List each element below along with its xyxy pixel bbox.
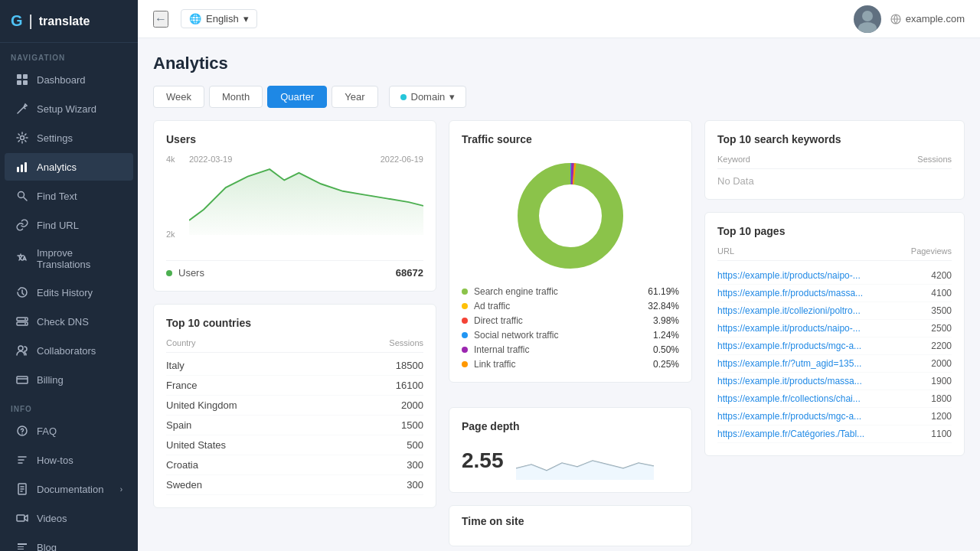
kw-col-sessions: Sessions — [917, 155, 952, 164]
tab-month[interactable]: Month — [209, 86, 263, 108]
legend-row: Internal traffic 0.50% — [462, 344, 679, 355]
svg-point-13 — [18, 346, 23, 350]
users-chart: 4k 2k — [166, 155, 423, 254]
users-stat-row: Users 68672 — [166, 260, 423, 279]
svg-point-27 — [541, 187, 599, 245]
language-label: English — [206, 13, 239, 24]
sidebar-item-improve-translations[interactable]: Improve Translations — [5, 240, 133, 277]
sidebar-item-setup-wizard[interactable]: Setup Wizard — [5, 95, 133, 122]
page-url-link[interactable]: https://example.fr/?utm_agid=135... — [717, 358, 861, 369]
col-country: Country — [166, 338, 196, 347]
table-row: Sweden300 — [166, 475, 423, 495]
svg-rect-2 — [17, 80, 21, 85]
page-url-link[interactable]: https://example.fr/collections/chai... — [717, 393, 861, 404]
sidebar-item-label: Settings — [37, 132, 73, 144]
page-depth-title: Page depth — [462, 420, 679, 432]
sidebar-item-label: FAQ — [37, 425, 57, 437]
svg-rect-3 — [23, 80, 28, 85]
table-row: Italy18500 — [166, 356, 423, 376]
table-row: France16100 — [166, 376, 423, 396]
sidebar-item-find-url[interactable]: Find URL — [5, 211, 133, 239]
tab-quarter[interactable]: Quarter — [267, 86, 327, 108]
sidebar-item-label: Documentation — [37, 484, 103, 495]
sidebar-item-label: Improve Translations — [37, 247, 122, 270]
sidebar-item-how-tos[interactable]: How-tos — [5, 446, 133, 474]
domain-button-label: Domain — [411, 91, 446, 103]
kw-col-keyword: Keyword — [717, 155, 750, 164]
sidebar-item-label: Check DNS — [37, 316, 89, 328]
sidebar-item-label: How-tos — [37, 455, 74, 466]
legend-row: Link traffic 0.25% — [462, 359, 679, 370]
page-url-link[interactable]: https://example.fr/Catégories./Tabl... — [717, 429, 864, 439]
users-dot — [166, 270, 172, 276]
pages-card: Top 10 pages URL Pageviews https://examp… — [704, 212, 965, 456]
keywords-table-header: Keyword Sessions — [717, 155, 952, 169]
page-url-link[interactable]: https://example.fr/products/mgc-a... — [717, 341, 861, 351]
period-tabs: Week Month Quarter Year Domain ▾ — [153, 86, 965, 108]
sidebar-item-label: Analytics — [37, 161, 77, 173]
legend-dot — [462, 361, 468, 367]
countries-table-body: Italy18500 France16100 United Kingdom200… — [166, 356, 423, 495]
col-sessions: Sessions — [389, 338, 423, 347]
sidebar-item-edits-history[interactable]: Edits History — [5, 279, 133, 306]
legend-row: Direct traffic 3.98% — [462, 315, 679, 326]
chart-y-labels: 4k 2k — [166, 155, 181, 239]
page-depth-card: Page depth 2.55 — [449, 407, 692, 493]
sidebar-item-blog[interactable]: Blog — [5, 533, 133, 551]
sidebar-item-label: Find Text — [37, 191, 77, 202]
page-url-link[interactable]: https://example.fr/products/massa... — [717, 288, 863, 298]
sidebar-item-analytics[interactable]: Analytics — [5, 153, 133, 181]
depth-sparkline — [516, 442, 654, 480]
sidebar-item-check-dns[interactable]: Check DNS — [5, 308, 133, 335]
sidebar-item-collaborators[interactable]: Collaborators — [5, 337, 133, 364]
info-section-label: INFO — [0, 394, 138, 416]
sidebar-item-documentation[interactable]: Documentation › — [5, 475, 133, 503]
pages-table-body: https://example.it/products/naipo-... 42… — [717, 267, 952, 443]
legend-dot — [462, 303, 468, 309]
donut-chart-container — [462, 155, 679, 277]
page-url-link[interactable]: https://example.fr/products/mgc-a... — [717, 411, 861, 422]
page-url-link[interactable]: https://example.it/products/naipo-... — [717, 270, 861, 281]
page-title: Analytics — [153, 54, 965, 73]
countries-table-header: Country Sessions — [166, 338, 423, 353]
translate-icon — [15, 252, 29, 266]
users-card: Users 4k 2k — [153, 120, 436, 292]
howto-icon — [15, 453, 29, 467]
tab-week[interactable]: Week — [153, 86, 204, 108]
tab-year[interactable]: Year — [332, 86, 377, 108]
legend-dot — [462, 318, 468, 324]
keywords-no-data: No Data — [717, 175, 754, 187]
page-url-link[interactable]: https://example.it/products/massa... — [717, 376, 862, 386]
sidebar-item-billing[interactable]: Billing — [5, 366, 133, 393]
table-row: https://example.it/products/massa... 190… — [717, 373, 952, 390]
y-label-2k: 2k — [166, 230, 175, 239]
sidebar-item-settings[interactable]: Settings — [5, 124, 133, 152]
sidebar-item-find-text[interactable]: Find Text — [5, 182, 133, 210]
svg-point-20 — [858, 22, 877, 33]
logo-icon: G — [11, 12, 23, 30]
domain-display: example.com — [890, 13, 965, 24]
y-label-4k: 4k — [166, 155, 175, 164]
back-button[interactable]: ← — [153, 11, 168, 28]
sidebar-item-videos[interactable]: Videos — [5, 504, 133, 532]
svg-point-16 — [21, 433, 23, 435]
flag-icon: 🌐 — [189, 13, 201, 24]
table-row: Spain1500 — [166, 416, 423, 435]
countries-title: Top 10 countries — [166, 317, 423, 329]
page-url-link[interactable]: https://example.it/products/naipo-... — [717, 323, 861, 334]
wand-icon — [15, 102, 29, 116]
time-on-site-card: Time on site — [449, 505, 692, 546]
sidebar-item-label: Dashboard — [37, 74, 86, 86]
svg-rect-1 — [23, 74, 28, 79]
sidebar-item-label: Find URL — [37, 220, 79, 231]
sidebar-item-faq[interactable]: FAQ — [5, 417, 133, 445]
sidebar-item-dashboard[interactable]: Dashboard — [5, 66, 133, 93]
language-selector[interactable]: 🌐 English ▾ — [181, 9, 257, 28]
keywords-card: Top 10 search keywords Keyword Sessions … — [704, 120, 965, 200]
domain-filter-button[interactable]: Domain ▾ — [389, 86, 467, 108]
page-url-link[interactable]: https://example.it/collezioni/poltro... — [717, 305, 861, 316]
legend-dot — [462, 289, 468, 295]
svg-rect-6 — [21, 165, 23, 172]
sidebar-item-label: Collaborators — [37, 345, 96, 357]
users-count: 68672 — [396, 267, 423, 279]
